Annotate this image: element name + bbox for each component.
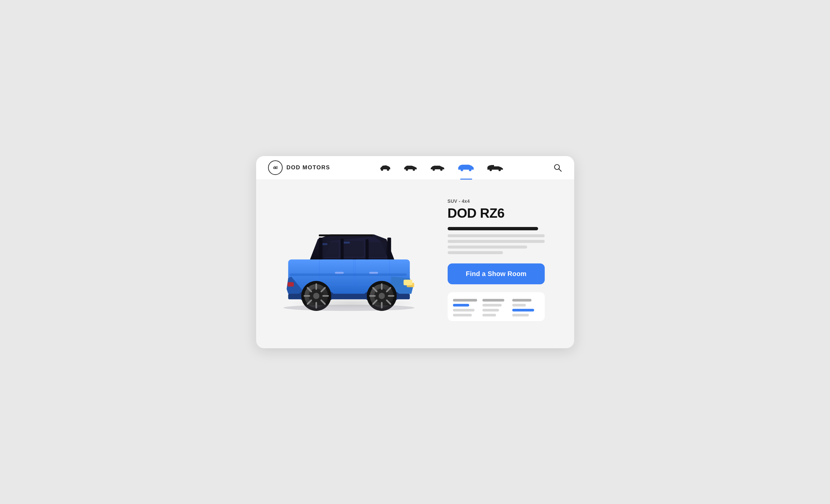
info-panel: SUV - 4x4 DOD RZ6 Find a Show Room [448,193,558,335]
compact-car-icon [379,163,391,172]
svg-point-5 [440,169,443,171]
spec-col-2 [482,299,510,316]
spec-bar [482,304,501,307]
svg-rect-28 [290,273,407,276]
svg-rect-19 [343,242,350,244]
spec-bar [453,309,475,312]
main-content: SUV - 4x4 DOD RZ6 Find a Show Room [256,180,574,348]
nav-truck[interactable] [487,156,504,180]
desc-line-3 [448,246,527,249]
search-button[interactable] [553,163,562,172]
brand-name: DOD MOTORS [287,164,330,171]
svg-rect-29 [319,238,322,259]
svg-point-7 [469,169,472,171]
spec-bar [512,309,534,312]
svg-point-9 [499,169,501,171]
car-image-area [269,193,432,335]
svg-point-8 [490,169,492,171]
truck-car-icon [487,163,504,172]
svg-point-59 [283,305,414,311]
svg-point-1 [387,169,389,171]
spec-bar [512,299,531,302]
spec-bar [453,304,469,307]
svg-point-0 [381,169,383,171]
desc-line-1 [448,234,545,237]
svg-point-3 [413,169,415,171]
desc-bar-dark [448,227,538,230]
spec-bar [512,314,529,316]
svg-point-50 [313,292,319,299]
svg-point-4 [433,169,435,171]
svg-line-11 [558,169,561,171]
desc-lines [448,234,558,254]
svg-point-38 [378,292,385,299]
car-category: SUV - 4x4 [448,198,558,204]
header: dd DOD MOTORS [256,156,574,180]
spec-bar [453,314,472,316]
suv-car-icon [457,163,475,172]
nav-sedan[interactable] [403,156,418,180]
svg-rect-31 [365,239,369,259]
spec-bar [482,309,499,312]
svg-point-2 [406,169,408,171]
desc-line-4 [448,251,503,254]
nav-midsize[interactable] [430,156,446,180]
find-showroom-button[interactable]: Find a Show Room [448,263,545,284]
svg-rect-17 [366,242,386,257]
spec-col-3 [512,299,539,316]
nav-compact[interactable] [379,156,391,180]
specs-grid [453,299,540,316]
nav-suv[interactable] [457,156,475,180]
logo-area: dd DOD MOTORS [268,160,330,175]
car-type-nav [330,156,553,180]
midsize-car-icon [430,163,446,172]
spec-bar [482,314,496,316]
svg-rect-32 [387,238,391,259]
svg-rect-25 [404,280,412,285]
svg-point-6 [461,169,464,171]
spec-bar [512,304,526,307]
logo-icon: dd [268,160,283,175]
sedan-car-icon [403,163,418,172]
spec-bar [482,299,504,302]
svg-rect-30 [340,238,343,259]
desc-line-2 [448,240,545,243]
app-card: dd DOD MOTORS [256,156,574,348]
svg-rect-26 [287,282,293,286]
specs-card [448,292,545,321]
spec-bar [453,299,477,302]
spec-col-1 [453,299,480,316]
car-illustration [269,211,432,317]
car-name: DOD RZ6 [448,206,558,220]
